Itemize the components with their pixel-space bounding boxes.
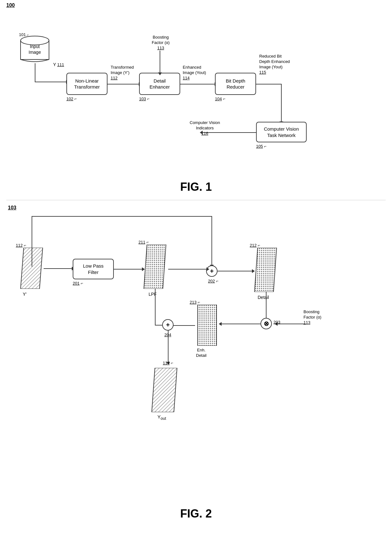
arrow-multiply-enhdtl [221,324,261,324]
arrow-top-to-plus1 [211,216,212,265]
arrow-lpfblock-plus1 [168,269,207,270]
arrow-bdr-down [281,84,282,122]
ref-105: 105 ⌐ [256,144,266,149]
arrow-boosting-down [160,51,160,73]
lpf-node: Low PassFilter [73,259,114,279]
arrow-bdr-right [256,84,281,84]
ref-202: 202 ⌐ [208,279,218,284]
ref-213: 213 ⌐ [190,300,200,305]
boosting-factor-fig2: BoostingFactor (α)113 [303,309,322,326]
arrow-yprime-up [32,216,32,267]
multiply-node-203: ⊗ [260,318,272,329]
arrow-input-down [35,63,35,82]
non-linear-transformer-node: Non-LinearTransformer [66,73,107,95]
bit-depth-reducer-node: Bit DepthReducer [215,73,256,95]
arrow-plus2-yout [168,331,168,362]
fig2-diagram: 112 ⌐ Y' Low PassFilter 201 ⌐ 211 ⌐ [6,203,386,504]
arrow-nlt-de [107,84,139,84]
svg-marker-11 [152,368,177,412]
ref-101: 101 ⌐ [19,32,29,38]
fig2-yout [149,368,180,412]
ref-211: 211 ⌐ [138,240,149,245]
fig2-enh-detail [194,305,220,346]
svg-marker-9 [198,305,217,346]
arrow-cv-left [202,132,256,133]
boosting-factor-label: BoostingFactor (α)113 [152,35,170,51]
arrow-top-line [32,216,212,217]
fig2-title: FIG. 2 [6,507,386,520]
arrow-yprime-lpf [44,268,72,269]
input-image-node: InputImage [19,35,51,63]
fig1-diagram: InputImage 101 ⌐ Y 111 Non-LinearTransfo… [6,16,386,174]
ref-212: 212 ⌐ [250,243,260,248]
divider [6,200,386,200]
reduced-bit-label: Reduced BitDepth EnhancedImage (Yout)115 [259,54,290,75]
plus-node-204: + [162,319,174,331]
transformed-image-label: TransformedImage (Y')112 [111,65,134,81]
arrow-y111-right [35,82,66,82]
ref-201: 201 ⌐ [73,281,83,286]
ref-103: 103 ⌐ [139,96,150,102]
input-image-label: InputImage [19,44,51,55]
detail-label: Detail [258,294,269,300]
ref-102: 102 ⌐ [66,96,77,102]
ref-104: 104 ⌐ [215,96,225,102]
cv-task-network-node: Computer VisionTask Network [256,122,307,142]
cv-indicators-label: Computer VisionIndicators116 [190,120,220,136]
enh-detail-label: Enh.Detail [196,348,206,358]
arrow-boosting-multiply [277,324,306,324]
detail-enhancer-node: DetailEnhancer [139,73,180,95]
fig1-title: FIG. 1 [6,180,386,194]
fig2-input-label: Y' [23,291,27,297]
fig2-ref-114: 114 ⌐ [163,361,173,366]
arrow-lpf-down [155,289,156,325]
fig2-ref-112: 112 ⌐ [16,243,26,248]
page: 100 InputImage 101 ⌐ Y 111 Non-LinearT [0,0,392,558]
svg-marker-5 [144,245,166,289]
arrow-de-bdr [180,84,215,84]
signal-y111: Y 111 [53,62,64,68]
yout-label: Yout [157,414,166,421]
svg-marker-7 [254,248,277,292]
enhanced-image-label: EnhancedImage (Yout)114 [183,65,206,81]
ref-203: 203 [273,320,280,325]
fig2-detail-output [253,248,278,292]
arrow-plus1-detail [217,271,252,271]
fig1-section-ref: 100 [6,3,15,8]
fig2-lpf-output [142,245,168,289]
arrow-lpf-block [114,269,142,270]
